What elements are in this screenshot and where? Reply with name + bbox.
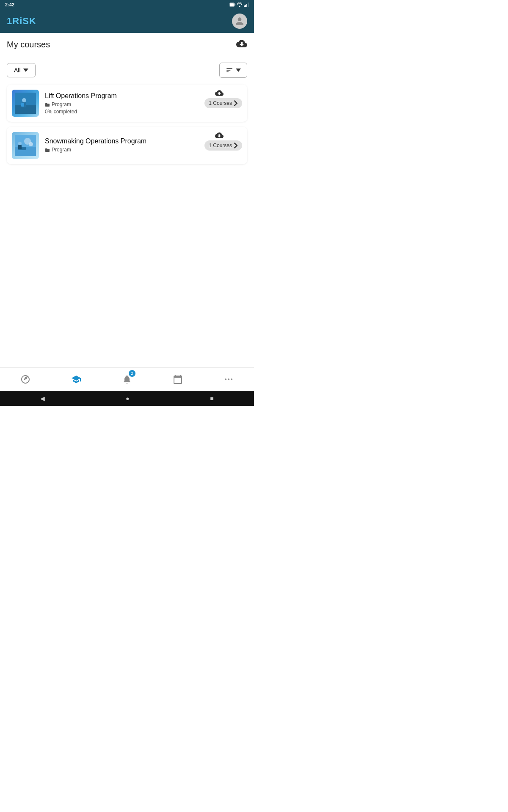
nav-item-more[interactable] bbox=[203, 368, 254, 391]
app-bar: 1RiSK bbox=[0, 9, 254, 33]
course-name-lift: Lift Operations Program bbox=[45, 92, 204, 100]
page-header: My courses bbox=[0, 33, 254, 56]
svg-rect-5 bbox=[246, 4, 247, 7]
more-dots-icon bbox=[224, 374, 234, 384]
cloud-dl-icon-lift bbox=[215, 89, 224, 97]
course-type-snow: Program bbox=[45, 147, 204, 153]
compass-icon bbox=[20, 374, 30, 384]
course-action-lift[interactable]: 1 Courses bbox=[204, 98, 242, 108]
nav-item-notifications[interactable]: 2 bbox=[102, 368, 152, 391]
cloud-dl-icon-snow bbox=[215, 131, 224, 140]
page-title: My courses bbox=[7, 40, 50, 49]
course-card-lift-ops[interactable]: Lift Operations Program Program 0% compl… bbox=[7, 85, 247, 122]
status-bar: 2:42 bbox=[0, 0, 254, 9]
course-name-snow: Snowmaking Operations Program bbox=[45, 137, 204, 145]
cloud-download-icon bbox=[236, 38, 247, 49]
svg-rect-18 bbox=[18, 145, 22, 149]
course-download-snow[interactable] bbox=[215, 131, 224, 141]
signal-icon bbox=[244, 3, 249, 7]
calendar-icon bbox=[173, 374, 183, 384]
graduation-icon bbox=[71, 374, 81, 384]
download-all-button[interactable] bbox=[236, 38, 247, 51]
chevron-right-icon-snow bbox=[234, 143, 238, 148]
svg-rect-6 bbox=[248, 3, 248, 7]
svg-rect-11 bbox=[21, 103, 24, 107]
status-icons bbox=[229, 3, 249, 7]
course-thumbnail-snow bbox=[12, 132, 39, 159]
filter-label: All bbox=[14, 67, 21, 74]
svg-rect-4 bbox=[245, 5, 246, 7]
svg-rect-3 bbox=[244, 5, 245, 7]
chevron-right-icon-lift bbox=[234, 100, 238, 106]
nav-item-courses[interactable] bbox=[51, 368, 102, 391]
bottom-nav: 2 bbox=[0, 367, 254, 391]
avatar-icon bbox=[235, 16, 244, 26]
chevron-down-icon bbox=[23, 69, 28, 72]
notification-badge: 2 bbox=[129, 370, 135, 377]
status-time: 2:42 bbox=[5, 2, 14, 7]
filters-row: All bbox=[0, 63, 254, 78]
svg-point-21 bbox=[231, 379, 232, 380]
nav-item-explore[interactable] bbox=[0, 368, 51, 391]
battery-icon bbox=[229, 3, 235, 7]
app-logo: 1RiSK bbox=[7, 16, 36, 27]
course-info-snow: Snowmaking Operations Program Program bbox=[45, 137, 204, 154]
svg-point-20 bbox=[228, 379, 229, 380]
svg-point-16 bbox=[29, 142, 33, 146]
lift-thumbnail-img bbox=[15, 93, 36, 114]
course-type-lift: Program bbox=[45, 102, 204, 107]
course-action-snow[interactable]: 1 Courses bbox=[204, 140, 242, 151]
courses-count-badge-snow: 1 Courses bbox=[204, 140, 242, 151]
wifi-icon bbox=[237, 3, 242, 7]
android-nav-bar: ◀ ● ■ bbox=[0, 391, 254, 406]
android-back-button[interactable]: ◀ bbox=[40, 395, 45, 402]
course-card-snowmaking[interactable]: Snowmaking Operations Program Program 1 … bbox=[7, 127, 247, 164]
svg-rect-2 bbox=[235, 4, 236, 5]
android-home-button[interactable]: ● bbox=[126, 395, 129, 402]
svg-rect-1 bbox=[230, 3, 234, 6]
folder-icon-lift bbox=[45, 102, 50, 107]
course-thumbnail-lift bbox=[12, 90, 39, 117]
course-progress-lift: 0% completed bbox=[45, 109, 204, 115]
svg-point-19 bbox=[225, 379, 226, 380]
android-recent-button[interactable]: ■ bbox=[210, 395, 213, 402]
svg-point-17 bbox=[18, 142, 22, 145]
course-list: Lift Operations Program Program 0% compl… bbox=[0, 85, 254, 164]
snow-thumbnail-img bbox=[15, 135, 36, 156]
user-avatar[interactable] bbox=[232, 14, 247, 29]
sort-chevron-icon bbox=[236, 69, 241, 72]
courses-count-badge-lift: 1 Courses bbox=[204, 98, 242, 108]
folder-icon-snow bbox=[45, 148, 50, 152]
sort-icon bbox=[226, 66, 233, 74]
sort-button[interactable] bbox=[219, 63, 247, 78]
course-download-lift[interactable] bbox=[215, 89, 224, 99]
course-info-lift: Lift Operations Program Program 0% compl… bbox=[45, 92, 204, 115]
nav-item-calendar[interactable] bbox=[152, 368, 203, 391]
filter-all-button[interactable]: All bbox=[7, 63, 36, 77]
svg-point-9 bbox=[22, 98, 26, 102]
